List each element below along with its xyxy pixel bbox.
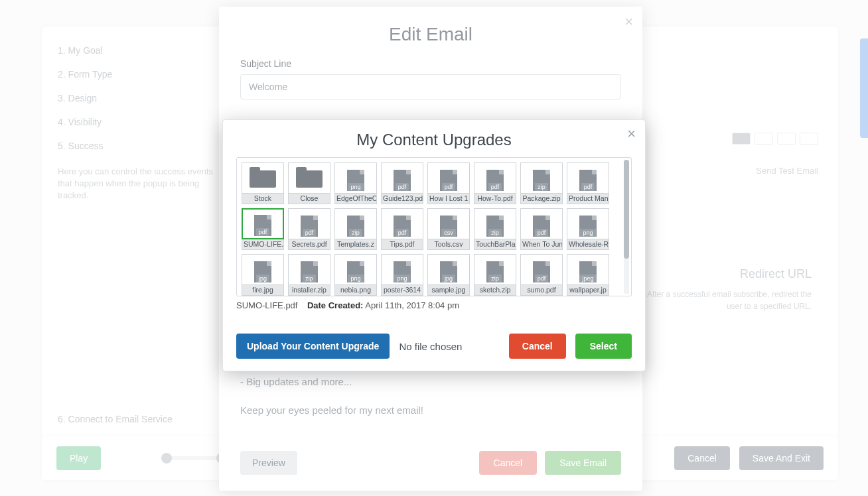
file-label: Close — [288, 194, 330, 204]
file-gallery: StockClosepngEdgeOfTheCpdfGuide123.pdpdf… — [236, 157, 632, 296]
document-icon: pdf — [474, 162, 516, 194]
file-label: sumo.pdf — [520, 285, 563, 296]
file-ext-badge: pdf — [256, 228, 270, 236]
scrollbar-thumb[interactable] — [624, 160, 629, 259]
file-tile[interactable]: zipTemplates.z — [334, 208, 377, 250]
folder-tile[interactable]: Close — [288, 162, 330, 204]
file-tile[interactable]: zipinstaller.zip — [288, 254, 330, 296]
close-icon[interactable]: × — [627, 125, 636, 143]
file-label: Product Man — [567, 194, 609, 204]
file-label: nebia.png — [334, 285, 377, 296]
select-button[interactable]: Select — [575, 334, 632, 359]
document-icon: pdf — [567, 162, 609, 194]
folder-tile[interactable]: Stock — [242, 162, 284, 204]
file-ext-badge: jpg — [442, 275, 455, 282]
document-icon: png — [334, 254, 377, 285]
file-ext-badge: png — [348, 183, 363, 191]
document-icon: zip — [334, 208, 377, 239]
file-tile[interactable]: pdfWhen To Jun — [520, 208, 563, 250]
document-icon: png — [567, 208, 609, 239]
document-icon: zip — [288, 254, 330, 285]
file-tile[interactable]: csvTools.csv — [427, 208, 470, 250]
file-ext-badge: zip — [303, 275, 316, 282]
file-label: sketch.zip — [474, 285, 516, 296]
file-tile[interactable]: pdfHow I Lost 1 — [427, 162, 470, 204]
file-ext-badge: pdf — [303, 229, 317, 237]
file-ext-badge: pdf — [581, 183, 595, 191]
file-label: Guide123.pd — [381, 194, 423, 204]
document-icon: pdf — [381, 162, 423, 194]
file-label: poster-3614 — [381, 285, 423, 296]
content-upgrades-modal: × My Content Upgrades StockClosepngEdgeO… — [222, 119, 646, 371]
viewport: 1. My Goal2. Form Type3. Design4. Visibi… — [0, 0, 868, 496]
date-created-label: Date Created: — [307, 300, 364, 310]
file-tile[interactable]: pngEdgeOfTheC — [334, 162, 377, 204]
document-icon: zip — [520, 162, 563, 194]
file-tile[interactable]: jpgsample.jpg — [427, 254, 470, 296]
file-label: Templates.z — [334, 239, 377, 250]
file-tile[interactable]: pngnebia.png — [334, 254, 377, 296]
cancel-button[interactable]: Cancel — [509, 334, 566, 359]
file-label: When To Jun — [520, 239, 563, 250]
file-label: Tips.pdf — [381, 239, 423, 250]
upload-button[interactable]: Upload Your Content Upgrade — [236, 334, 390, 359]
content-upgrades-actions: Upload Your Content Upgrade No file chos… — [236, 334, 632, 359]
file-ext-badge: zip — [535, 183, 548, 191]
file-ext-badge: pdf — [442, 183, 456, 191]
document-icon: pdf — [288, 208, 330, 239]
file-tile[interactable]: zipsketch.zip — [474, 254, 516, 296]
file-ext-badge: pdf — [396, 229, 409, 237]
file-tile[interactable]: pdfSUMO-LIFE.p — [242, 208, 284, 250]
file-label: installer.zip — [288, 285, 330, 296]
file-label: SUMO-LIFE.p — [242, 239, 284, 250]
document-icon: pdf — [381, 208, 423, 239]
file-tile[interactable]: jpegwallpaper.jp — [567, 254, 609, 296]
file-tile[interactable]: pdfsumo.pdf — [520, 254, 563, 296]
document-icon: png — [334, 162, 377, 194]
document-icon: jpeg — [567, 254, 609, 285]
file-ext-badge: png — [580, 229, 595, 237]
file-label: fire.jpg — [242, 285, 284, 296]
file-tile[interactable]: pngposter-3614 — [381, 254, 423, 296]
document-icon: pdf — [520, 254, 563, 285]
file-tile[interactable]: zipPackage.zip — [520, 162, 563, 204]
content-upgrades-title: My Content Upgrades — [223, 120, 645, 157]
file-tile[interactable]: pdfProduct Man — [567, 162, 609, 204]
file-ext-badge: csv — [441, 229, 456, 237]
file-ext-badge: zip — [488, 275, 502, 282]
document-icon: zip — [474, 208, 516, 239]
file-ext-badge: jpg — [256, 275, 269, 282]
file-label: Wholesale-R — [567, 239, 609, 250]
folder-icon — [242, 162, 284, 194]
file-tile[interactable]: zipTouchBarPla — [474, 208, 516, 250]
selected-file-name: SUMO-LIFE.pdf — [236, 300, 297, 310]
file-tile[interactable]: pdfGuide123.pd — [381, 162, 423, 204]
folder-icon — [288, 162, 330, 194]
document-icon: pdf — [427, 162, 470, 194]
file-ext-badge: png — [394, 275, 409, 282]
file-ext-badge: jpeg — [579, 275, 596, 282]
file-label: Package.zip — [520, 194, 563, 204]
file-tile[interactable]: pdfHow-To.pdf — [474, 162, 516, 204]
scrollbar[interactable] — [624, 160, 629, 294]
file-ext-badge: png — [348, 275, 363, 282]
document-icon: csv — [427, 208, 470, 239]
document-icon: png — [381, 254, 423, 285]
file-tile[interactable]: jpgfire.jpg — [242, 254, 284, 296]
file-ext-badge: pdf — [535, 229, 549, 237]
file-tile[interactable]: pdfSecrets.pdf — [288, 208, 330, 250]
document-icon: jpg — [242, 254, 284, 285]
file-label: How-To.pdf — [474, 194, 516, 204]
file-label: EdgeOfTheC — [334, 194, 377, 204]
file-tile[interactable]: pngWholesale-R — [567, 208, 609, 250]
file-tile[interactable]: pdfTips.pdf — [381, 208, 423, 250]
no-file-chosen-label: No file chosen — [399, 341, 462, 352]
file-ext-badge: pdf — [488, 183, 502, 191]
file-label: sample.jpg — [427, 285, 470, 296]
file-ext-badge: zip — [488, 229, 502, 237]
file-label: Stock — [242, 194, 284, 204]
file-label: Secrets.pdf — [288, 239, 330, 250]
file-label: wallpaper.jp — [567, 285, 609, 296]
file-ext-badge: pdf — [535, 275, 549, 282]
document-icon: pdf — [242, 208, 284, 239]
